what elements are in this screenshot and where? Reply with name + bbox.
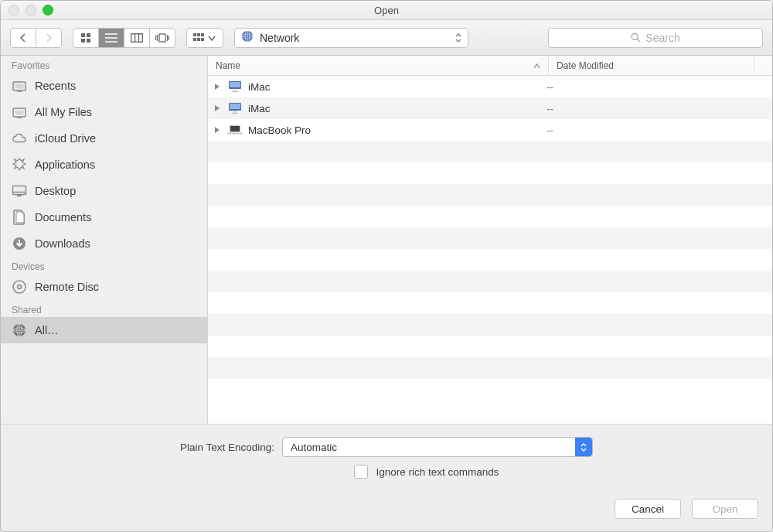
sidebar-item-all-my-files[interactable]: All My Files [1,99,207,125]
sidebar-item-label: Documents [35,211,91,223]
search-field[interactable]: Search [548,28,763,48]
svg-rect-19 [197,38,200,41]
recents-icon [12,78,27,94]
imac-icon [226,80,243,94]
file-date: -- [539,124,736,136]
svg-rect-44 [232,91,238,92]
search-icon [631,32,641,43]
documents-icon [12,210,27,225]
encoding-label: Plain Text Encoding: [180,442,274,453]
sidebar-item-label: Recents [35,80,76,92]
cancel-button[interactable]: Cancel [615,499,681,519]
select-stepper-icon [575,438,592,456]
file-row[interactable]: iMac-- [208,76,772,97]
sidebar-item-label: Remote Disc [35,281,99,293]
svg-rect-46 [230,104,240,109]
empty-row [208,249,772,271]
sidebar-group-label: Favorites [1,56,207,73]
svg-rect-10 [159,34,165,42]
imac-icon [226,101,243,115]
sidebar-item-icloud-drive[interactable]: iCloud Drive [1,125,207,152]
view-icon-button[interactable] [73,29,99,47]
file-row[interactable]: MacBook Pro-- [208,119,772,141]
empty-row [208,141,772,162]
view-mode-segment [73,28,175,48]
empty-row [208,206,772,227]
sidebar-item-remote-disc[interactable]: Remote Disc [1,274,207,300]
options-panel: Plain Text Encoding: Automatic Ignore ri… [1,424,772,531]
sidebar-item-desktop[interactable]: Desktop [1,178,207,204]
svg-rect-17 [201,33,204,36]
svg-rect-7 [131,33,143,42]
titlebar: Open [1,1,772,20]
svg-rect-27 [15,84,24,89]
sidebar: FavoritesRecentsAll My FilesiCloud Drive… [1,56,208,424]
column-name[interactable]: Name [208,56,549,75]
column-date-modified[interactable]: Date Modified [549,56,754,75]
svg-rect-20 [201,38,204,41]
sidebar-item-label: Desktop [35,185,76,197]
sidebar-item-downloads[interactable]: Downloads [1,230,207,257]
forward-button[interactable] [36,29,61,47]
location-stepper-icon [455,32,461,43]
svg-rect-3 [87,39,90,43]
network-icon [12,322,27,338]
disclosure-triangle-icon[interactable] [208,103,226,114]
svg-point-36 [13,281,26,293]
svg-rect-1 [87,33,90,37]
view-columns-button[interactable] [124,29,150,47]
empty-row [208,336,772,357]
disclosure-triangle-icon[interactable] [208,124,226,136]
column-extra[interactable] [754,56,772,75]
empty-row [208,379,772,401]
file-row[interactable]: iMac-- [208,97,772,119]
svg-rect-31 [17,117,22,118]
ignore-rich-text-checkbox[interactable] [354,465,368,479]
svg-rect-30 [15,111,24,115]
empty-row [208,292,772,314]
sidebar-item-label: iCloud Drive [35,132,96,145]
svg-line-25 [638,39,641,43]
remote-disc-icon [12,279,27,295]
nav-back-forward [10,28,62,48]
network-globe-icon [241,30,254,45]
view-coverflow-button[interactable] [150,29,175,47]
svg-rect-2 [81,39,85,43]
svg-rect-47 [233,111,237,113]
svg-rect-18 [193,38,196,41]
arrange-button[interactable] [187,29,223,47]
sidebar-item-recents[interactable]: Recents [1,73,207,99]
back-button[interactable] [11,29,36,47]
ignore-rich-text-label: Ignore rich text commands [376,466,499,478]
location-popup[interactable]: Network [234,28,468,48]
sidebar-item-label: All… [35,324,59,336]
encoding-select[interactable]: Automatic [282,437,593,457]
search-placeholder: Search [645,32,679,44]
view-list-button[interactable] [99,29,124,47]
svg-rect-42 [230,82,240,87]
sidebar-item-label: All My Files [35,106,92,118]
empty-row [208,184,772,206]
open-button[interactable]: Open [692,499,758,519]
window-title: Open [1,5,772,16]
encoding-value: Automatic [291,442,337,453]
svg-point-37 [18,285,22,289]
file-list: Name Date Modified iMac--iMac--MacBook P… [208,56,772,424]
empty-row [208,357,772,379]
empty-row [208,162,772,184]
open-dialog: Open [0,0,773,532]
svg-rect-28 [17,90,22,92]
downloads-icon [12,236,27,251]
applications-icon [12,157,27,172]
arrange-segment [186,28,223,48]
sidebar-item-documents[interactable]: Documents [1,204,207,230]
disclosure-triangle-icon[interactable] [208,81,226,93]
sidebar-item-applications[interactable]: Applications [1,152,207,178]
all-files-icon [12,104,27,120]
svg-rect-51 [227,133,243,135]
sidebar-item-all-[interactable]: All… [1,317,207,343]
icloud-icon [12,131,27,146]
svg-rect-34 [17,195,22,196]
empty-row [208,314,772,336]
svg-rect-15 [193,33,196,36]
